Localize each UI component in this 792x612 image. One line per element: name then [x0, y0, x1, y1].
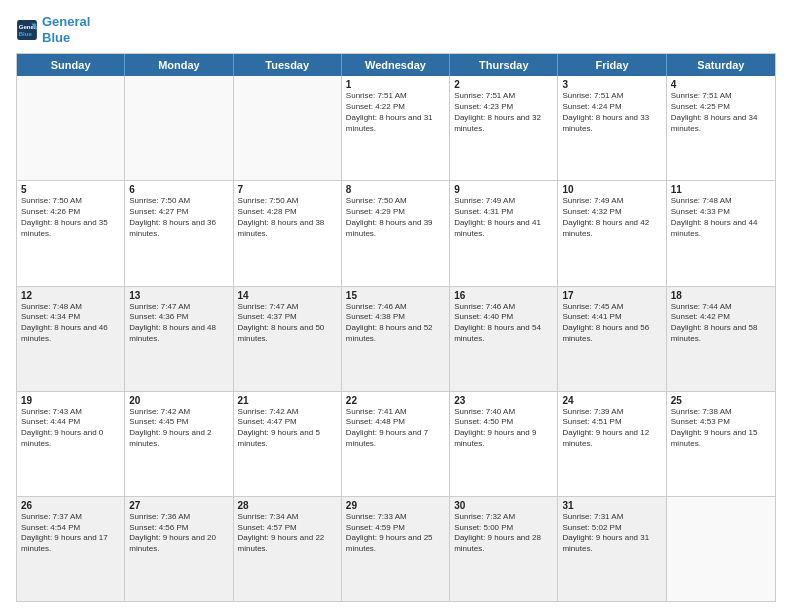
weekday-header-wednesday: Wednesday: [342, 54, 450, 76]
logo-text: General Blue: [42, 14, 90, 45]
day-info: Sunrise: 7:34 AM Sunset: 4:57 PM Dayligh…: [238, 512, 337, 555]
day-number: 24: [562, 395, 661, 406]
calendar-row-1: 5Sunrise: 7:50 AM Sunset: 4:26 PM Daylig…: [17, 181, 775, 286]
day-number: 12: [21, 290, 120, 301]
calendar-cell-day-8: 8Sunrise: 7:50 AM Sunset: 4:29 PM Daylig…: [342, 181, 450, 285]
calendar-cell-day-7: 7Sunrise: 7:50 AM Sunset: 4:28 PM Daylig…: [234, 181, 342, 285]
calendar-cell-day-6: 6Sunrise: 7:50 AM Sunset: 4:27 PM Daylig…: [125, 181, 233, 285]
day-info: Sunrise: 7:40 AM Sunset: 4:50 PM Dayligh…: [454, 407, 553, 450]
day-number: 16: [454, 290, 553, 301]
day-info: Sunrise: 7:48 AM Sunset: 4:33 PM Dayligh…: [671, 196, 771, 239]
day-number: 9: [454, 184, 553, 195]
day-info: Sunrise: 7:36 AM Sunset: 4:56 PM Dayligh…: [129, 512, 228, 555]
calendar-cell-day-23: 23Sunrise: 7:40 AM Sunset: 4:50 PM Dayli…: [450, 392, 558, 496]
day-number: 14: [238, 290, 337, 301]
calendar-cell-empty: [667, 497, 775, 601]
weekday-header-thursday: Thursday: [450, 54, 558, 76]
calendar-cell-day-11: 11Sunrise: 7:48 AM Sunset: 4:33 PM Dayli…: [667, 181, 775, 285]
day-info: Sunrise: 7:50 AM Sunset: 4:29 PM Dayligh…: [346, 196, 445, 239]
calendar-cell-day-5: 5Sunrise: 7:50 AM Sunset: 4:26 PM Daylig…: [17, 181, 125, 285]
day-info: Sunrise: 7:39 AM Sunset: 4:51 PM Dayligh…: [562, 407, 661, 450]
calendar-cell-day-9: 9Sunrise: 7:49 AM Sunset: 4:31 PM Daylig…: [450, 181, 558, 285]
day-info: Sunrise: 7:51 AM Sunset: 4:25 PM Dayligh…: [671, 91, 771, 134]
day-info: Sunrise: 7:51 AM Sunset: 4:23 PM Dayligh…: [454, 91, 553, 134]
calendar-row-3: 19Sunrise: 7:43 AM Sunset: 4:44 PM Dayli…: [17, 392, 775, 497]
day-info: Sunrise: 7:38 AM Sunset: 4:53 PM Dayligh…: [671, 407, 771, 450]
calendar: SundayMondayTuesdayWednesdayThursdayFrid…: [16, 53, 776, 602]
day-number: 25: [671, 395, 771, 406]
calendar-body: 1Sunrise: 7:51 AM Sunset: 4:22 PM Daylig…: [17, 76, 775, 601]
day-number: 7: [238, 184, 337, 195]
day-number: 10: [562, 184, 661, 195]
day-info: Sunrise: 7:42 AM Sunset: 4:45 PM Dayligh…: [129, 407, 228, 450]
svg-text:Blue: Blue: [19, 30, 33, 36]
logo-icon: General Blue: [16, 19, 38, 41]
day-info: Sunrise: 7:50 AM Sunset: 4:28 PM Dayligh…: [238, 196, 337, 239]
day-info: Sunrise: 7:48 AM Sunset: 4:34 PM Dayligh…: [21, 302, 120, 345]
day-info: Sunrise: 7:49 AM Sunset: 4:32 PM Dayligh…: [562, 196, 661, 239]
page: General Blue General Blue SundayMondayTu…: [0, 0, 792, 612]
day-info: Sunrise: 7:51 AM Sunset: 4:24 PM Dayligh…: [562, 91, 661, 134]
day-info: Sunrise: 7:41 AM Sunset: 4:48 PM Dayligh…: [346, 407, 445, 450]
day-info: Sunrise: 7:43 AM Sunset: 4:44 PM Dayligh…: [21, 407, 120, 450]
calendar-cell-day-25: 25Sunrise: 7:38 AM Sunset: 4:53 PM Dayli…: [667, 392, 775, 496]
day-info: Sunrise: 7:46 AM Sunset: 4:38 PM Dayligh…: [346, 302, 445, 345]
day-info: Sunrise: 7:32 AM Sunset: 5:00 PM Dayligh…: [454, 512, 553, 555]
day-number: 30: [454, 500, 553, 511]
calendar-cell-day-16: 16Sunrise: 7:46 AM Sunset: 4:40 PM Dayli…: [450, 287, 558, 391]
day-number: 8: [346, 184, 445, 195]
day-number: 11: [671, 184, 771, 195]
calendar-cell-day-30: 30Sunrise: 7:32 AM Sunset: 5:00 PM Dayli…: [450, 497, 558, 601]
calendar-cell-day-15: 15Sunrise: 7:46 AM Sunset: 4:38 PM Dayli…: [342, 287, 450, 391]
calendar-cell-day-22: 22Sunrise: 7:41 AM Sunset: 4:48 PM Dayli…: [342, 392, 450, 496]
day-number: 13: [129, 290, 228, 301]
day-number: 26: [21, 500, 120, 511]
calendar-cell-day-24: 24Sunrise: 7:39 AM Sunset: 4:51 PM Dayli…: [558, 392, 666, 496]
day-number: 5: [21, 184, 120, 195]
day-info: Sunrise: 7:47 AM Sunset: 4:36 PM Dayligh…: [129, 302, 228, 345]
header: General Blue General Blue: [16, 14, 776, 45]
weekday-header-sunday: Sunday: [17, 54, 125, 76]
day-number: 31: [562, 500, 661, 511]
weekday-header-tuesday: Tuesday: [234, 54, 342, 76]
calendar-cell-day-3: 3Sunrise: 7:51 AM Sunset: 4:24 PM Daylig…: [558, 76, 666, 180]
calendar-cell-day-31: 31Sunrise: 7:31 AM Sunset: 5:02 PM Dayli…: [558, 497, 666, 601]
day-number: 15: [346, 290, 445, 301]
calendar-row-2: 12Sunrise: 7:48 AM Sunset: 4:34 PM Dayli…: [17, 287, 775, 392]
day-info: Sunrise: 7:45 AM Sunset: 4:41 PM Dayligh…: [562, 302, 661, 345]
day-info: Sunrise: 7:37 AM Sunset: 4:54 PM Dayligh…: [21, 512, 120, 555]
day-number: 4: [671, 79, 771, 90]
day-info: Sunrise: 7:31 AM Sunset: 5:02 PM Dayligh…: [562, 512, 661, 555]
calendar-cell-day-29: 29Sunrise: 7:33 AM Sunset: 4:59 PM Dayli…: [342, 497, 450, 601]
day-info: Sunrise: 7:47 AM Sunset: 4:37 PM Dayligh…: [238, 302, 337, 345]
day-number: 17: [562, 290, 661, 301]
day-number: 27: [129, 500, 228, 511]
calendar-cell-day-20: 20Sunrise: 7:42 AM Sunset: 4:45 PM Dayli…: [125, 392, 233, 496]
day-number: 22: [346, 395, 445, 406]
day-info: Sunrise: 7:44 AM Sunset: 4:42 PM Dayligh…: [671, 302, 771, 345]
day-info: Sunrise: 7:51 AM Sunset: 4:22 PM Dayligh…: [346, 91, 445, 134]
day-number: 1: [346, 79, 445, 90]
calendar-cell-day-14: 14Sunrise: 7:47 AM Sunset: 4:37 PM Dayli…: [234, 287, 342, 391]
day-number: 29: [346, 500, 445, 511]
calendar-cell-day-4: 4Sunrise: 7:51 AM Sunset: 4:25 PM Daylig…: [667, 76, 775, 180]
day-info: Sunrise: 7:33 AM Sunset: 4:59 PM Dayligh…: [346, 512, 445, 555]
calendar-cell-day-19: 19Sunrise: 7:43 AM Sunset: 4:44 PM Dayli…: [17, 392, 125, 496]
weekday-header-monday: Monday: [125, 54, 233, 76]
calendar-cell-empty: [125, 76, 233, 180]
logo: General Blue General Blue: [16, 14, 90, 45]
calendar-cell-day-26: 26Sunrise: 7:37 AM Sunset: 4:54 PM Dayli…: [17, 497, 125, 601]
weekday-header-saturday: Saturday: [667, 54, 775, 76]
day-info: Sunrise: 7:50 AM Sunset: 4:26 PM Dayligh…: [21, 196, 120, 239]
day-number: 23: [454, 395, 553, 406]
calendar-cell-day-12: 12Sunrise: 7:48 AM Sunset: 4:34 PM Dayli…: [17, 287, 125, 391]
calendar-cell-day-28: 28Sunrise: 7:34 AM Sunset: 4:57 PM Dayli…: [234, 497, 342, 601]
calendar-cell-day-1: 1Sunrise: 7:51 AM Sunset: 4:22 PM Daylig…: [342, 76, 450, 180]
day-info: Sunrise: 7:49 AM Sunset: 4:31 PM Dayligh…: [454, 196, 553, 239]
calendar-cell-day-10: 10Sunrise: 7:49 AM Sunset: 4:32 PM Dayli…: [558, 181, 666, 285]
calendar-cell-day-21: 21Sunrise: 7:42 AM Sunset: 4:47 PM Dayli…: [234, 392, 342, 496]
calendar-header: SundayMondayTuesdayWednesdayThursdayFrid…: [17, 54, 775, 76]
calendar-cell-day-2: 2Sunrise: 7:51 AM Sunset: 4:23 PM Daylig…: [450, 76, 558, 180]
weekday-header-friday: Friday: [558, 54, 666, 76]
calendar-cell-empty: [17, 76, 125, 180]
